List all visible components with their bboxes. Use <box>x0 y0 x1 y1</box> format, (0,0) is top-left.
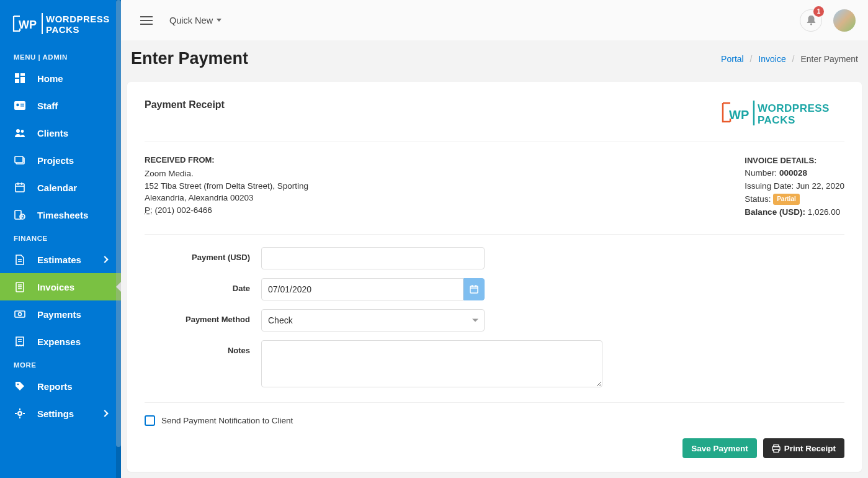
nav-label: Estimates <box>37 255 102 265</box>
page-header: Enter Payment Portal / Invoice / Enter P… <box>121 40 868 82</box>
sidebar-item-invoices[interactable]: Invoices <box>0 273 121 300</box>
nav-label: Staff <box>37 101 107 111</box>
payment-amount-label: Payment (USD) <box>145 247 261 262</box>
calendar-icon <box>470 285 478 294</box>
svg-text:WP: WP <box>729 108 749 122</box>
sidebar-item-payments[interactable]: Payments <box>0 300 121 328</box>
sidebar-item-calendar[interactable]: Calendar <box>0 174 121 201</box>
payment-date-input[interactable] <box>261 278 463 300</box>
svg-rect-40 <box>23 413 25 414</box>
payment-form: Payment (USD) Date Payment Method <box>145 235 844 403</box>
svg-rect-6 <box>20 77 25 83</box>
notes-label: Notes <box>145 340 261 355</box>
sidebar-item-clients[interactable]: Clients <box>0 119 121 147</box>
notifications-button[interactable]: 1 <box>800 9 822 32</box>
payment-date-label: Date <box>145 278 261 293</box>
svg-point-12 <box>16 129 20 133</box>
svg-rect-15 <box>15 156 23 163</box>
svg-rect-39 <box>15 413 17 414</box>
dashboard-icon <box>14 72 26 84</box>
invoice-icon <box>14 281 26 293</box>
breadcrumb-current: Enter Payment <box>800 54 858 64</box>
svg-rect-4 <box>15 73 19 78</box>
topbar: Quick New 1 <box>121 0 868 40</box>
sidebar-item-home[interactable]: Home <box>0 65 121 92</box>
chevron-right-icon <box>101 410 108 417</box>
client-address-1: 152 Tiba Street (from Delta Street), Spo… <box>145 180 308 192</box>
chevron-right-icon <box>101 256 108 263</box>
nav-label: Invoices <box>37 282 107 292</box>
svg-point-44 <box>810 23 812 25</box>
svg-rect-37 <box>19 408 20 410</box>
svg-point-13 <box>21 130 24 133</box>
invoice-number: Number: 000028 <box>745 167 844 180</box>
breadcrumb: Portal / Invoice / Enter Payment <box>721 54 858 64</box>
user-avatar[interactable] <box>833 9 856 32</box>
svg-text:WORDPRESS: WORDPRESS <box>758 102 830 114</box>
invoice-status: Status: Partial <box>745 193 844 206</box>
payment-method-select[interactable] <box>261 309 485 331</box>
invoice-date: Issuing Date: Jun 22, 2020 <box>745 180 844 193</box>
nav-label: Settings <box>37 408 102 419</box>
menu-toggle-button[interactable] <box>138 12 154 29</box>
svg-rect-55 <box>774 449 779 453</box>
svg-rect-49 <box>470 286 478 293</box>
svg-line-23 <box>22 217 24 217</box>
money-icon <box>14 308 26 320</box>
badge-icon <box>14 99 26 112</box>
received-from-block: RECEIVED FROM: Zoom Media. 152 Tiba Stre… <box>145 155 308 219</box>
received-from-label: RECEIVED FROM: <box>145 155 308 166</box>
sidebar-scrollbar[interactable] <box>116 0 121 478</box>
gear-icon <box>14 407 26 420</box>
folders-icon <box>14 154 26 166</box>
svg-rect-38 <box>19 417 20 418</box>
nav-label: Payments <box>37 309 107 320</box>
print-receipt-button[interactable]: Print Receipt <box>763 438 844 458</box>
sidebar-item-staff[interactable]: Staff <box>0 92 121 119</box>
nav-label: Projects <box>37 155 107 166</box>
save-payment-button[interactable]: Save Payment <box>682 438 757 458</box>
notification-badge: 1 <box>813 6 824 17</box>
breadcrumb-link-portal[interactable]: Portal <box>721 54 744 64</box>
svg-text:PACKS: PACKS <box>46 24 79 35</box>
notes-textarea[interactable] <box>261 340 602 387</box>
nav-label: Clients <box>37 128 107 138</box>
nav-label: Reports <box>37 381 107 392</box>
main: Quick New 1 Enter Payment Portal / Invoi… <box>121 0 868 478</box>
svg-rect-10 <box>20 104 24 105</box>
svg-rect-16 <box>16 184 24 192</box>
sidebar-item-expenses[interactable]: Expenses <box>0 328 121 355</box>
file-icon <box>14 253 26 266</box>
quick-new-label: Quick New <box>169 16 213 25</box>
status-badge: Partial <box>773 194 800 205</box>
svg-rect-5 <box>20 73 25 76</box>
svg-text:PACKS: PACKS <box>758 114 795 126</box>
payment-card: Payment Receipt WP WORDPRESS PACKS R <box>127 82 862 472</box>
svg-point-31 <box>19 313 22 316</box>
section-label-more: MORE <box>0 355 121 372</box>
invoice-details-label: INVOICE DETAILS: <box>745 155 844 167</box>
page-title: Enter Payment <box>131 49 248 68</box>
sidebar-item-settings[interactable]: Settings <box>0 400 121 427</box>
receipt-icon <box>14 335 26 348</box>
svg-point-9 <box>16 104 19 106</box>
breadcrumb-link-invoice[interactable]: Invoice <box>758 54 785 64</box>
date-picker-button[interactable] <box>463 278 485 300</box>
company-logo: WP WORDPRESS PACKS <box>720 99 844 127</box>
nav-label: Home <box>37 73 107 84</box>
sidebar-item-estimates[interactable]: Estimates <box>0 246 121 273</box>
sidebar-item-timesheets[interactable]: Timesheets <box>0 201 121 228</box>
quick-new-dropdown[interactable]: Quick New <box>169 16 221 25</box>
brand-logo: WP WORDPRESS PACKS <box>0 6 121 47</box>
svg-rect-7 <box>15 79 19 83</box>
payment-amount-input[interactable] <box>261 247 485 269</box>
sidebar-item-reports[interactable]: Reports <box>0 372 121 400</box>
sidebar-item-projects[interactable]: Projects <box>0 147 121 174</box>
svg-point-34 <box>17 384 19 386</box>
nav-label: Calendar <box>37 183 107 193</box>
notify-client-checkbox[interactable]: Send Payment Notification to Client <box>145 415 293 426</box>
tag-icon <box>14 380 26 392</box>
invoice-details-block: INVOICE DETAILS: Number: 000028 Issuing … <box>745 155 844 219</box>
sidebar: WP WORDPRESS PACKS MENU | ADMIN Home Sta… <box>0 0 121 478</box>
client-address-2: Alexandria, Alexandria 00203 <box>145 192 308 204</box>
